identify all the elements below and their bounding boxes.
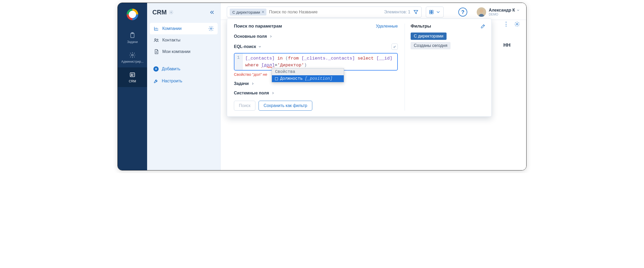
document-icon (153, 49, 159, 55)
user-menu[interactable]: Александр К DEMO (477, 7, 520, 17)
add-button[interactable]: + Добавить (150, 64, 218, 74)
rail-label: Администрир... (121, 60, 144, 63)
help-button[interactable]: ? (458, 8, 467, 17)
sidebar-item-companies[interactable]: Компании (150, 23, 218, 34)
svg-point-13 (480, 9, 483, 13)
search-button[interactable]: Поиск (234, 101, 255, 111)
rail-label: Задачи (127, 40, 138, 44)
autocomplete-code: [_position] (305, 76, 332, 81)
topbar: С директорами × Элементов: 1 ? Александр… (221, 3, 526, 20)
svg-point-15 (394, 46, 395, 47)
svg-point-5 (170, 12, 172, 13)
sidebar: CRM Компании Контакты Мои компании + Доб… (147, 3, 221, 170)
gear-icon[interactable] (514, 21, 520, 27)
section-basic-fields[interactable]: Основные поля (234, 34, 398, 39)
line-gutter: 1 (234, 53, 243, 70)
user-org: DEMO (489, 13, 520, 16)
svg-point-7 (155, 39, 156, 40)
section-label: Задачи (234, 81, 249, 86)
svg-point-14 (516, 23, 518, 25)
autocomplete-header: Свойства (272, 68, 344, 75)
wrench-icon (153, 78, 159, 84)
funnel-icon[interactable] (413, 9, 419, 15)
chart-icon (153, 26, 159, 31)
sidebar-item-label: Мои компании (162, 49, 190, 54)
svg-rect-12 (432, 12, 433, 14)
sidebar-actions: + Добавить Настроить (147, 64, 220, 86)
nav-rail: Задачи Администрир... CRM (118, 3, 147, 170)
chip-label: С директорами (232, 10, 260, 14)
chevron-right-icon (251, 82, 255, 85)
people-icon (153, 37, 159, 43)
gear-icon[interactable] (169, 10, 174, 15)
panel-left: Поиск по параметрам Удаленные Основные п… (227, 24, 405, 111)
filter-tag[interactable]: Созданы сегодня (411, 42, 450, 49)
rail-label: CRM (129, 79, 136, 83)
action-label: Добавить (162, 67, 180, 71)
user-name: Александр К (489, 8, 515, 13)
clipboard-icon (129, 32, 136, 39)
search-params-panel: Поиск по параметрам Удаленные Основные п… (227, 19, 492, 117)
panel-title: Поиск по параметрам (234, 24, 282, 29)
autocomplete-popup: Свойства Должность [_position] (272, 68, 344, 82)
main-area: С директорами × Элементов: 1 ? Александр… (221, 3, 526, 170)
svg-point-2 (132, 54, 133, 56)
filters-title: Фильтры (411, 24, 431, 29)
sidebar-item-label: Контакты (162, 38, 180, 42)
chip-remove-icon[interactable]: × (261, 9, 265, 15)
collapse-sidebar-icon[interactable] (209, 9, 215, 15)
truncated-col-header: НН (503, 42, 511, 48)
app-window: Задачи Администрир... CRM CRM Компании К (117, 3, 527, 170)
sidebar-nav: Компании Контакты Мои компании (147, 23, 220, 57)
search-input[interactable] (269, 10, 382, 14)
chevron-down-icon (516, 8, 520, 12)
save-as-filter-button[interactable]: Сохранить как фильтр (259, 101, 312, 111)
help-hint-button[interactable] (391, 44, 398, 50)
deleted-link[interactable]: Удаленные (376, 24, 398, 29)
autocomplete-label: Должность (280, 76, 303, 81)
result-count: Элементов: 1 (384, 10, 410, 14)
content-toolbar: ⋮ (503, 21, 520, 28)
eql-editor[interactable]: 1 [_contacts] in (from [_clients._contac… (234, 53, 398, 71)
chevron-right-icon (269, 35, 273, 38)
configure-button[interactable]: Настроить (150, 76, 218, 86)
filter-chip[interactable]: С директорами × (230, 9, 266, 15)
sidebar-header: CRM (147, 3, 220, 23)
avatar (477, 7, 486, 17)
search-box[interactable]: С директорами × Элементов: 1 (227, 7, 422, 18)
gear-icon (129, 52, 136, 58)
autocomplete-item[interactable]: Должность [_position] (272, 75, 344, 82)
rail-item-admin[interactable]: Администрир... (118, 48, 147, 67)
chevron-right-icon (271, 91, 275, 95)
section-label: EQL-поиск (234, 44, 256, 49)
action-label: Настроить (162, 79, 182, 83)
sidebar-item-contacts[interactable]: Контакты (150, 34, 218, 46)
field-type-icon (275, 77, 278, 80)
sidebar-title: CRM (152, 9, 167, 16)
rail-item-crm[interactable]: CRM (118, 67, 147, 87)
plus-circle-icon: + (153, 66, 159, 72)
contact-card-icon (129, 71, 136, 78)
filter-tag-active[interactable]: С директорами (411, 33, 447, 40)
gear-icon[interactable] (208, 26, 214, 31)
sidebar-item-my-companies[interactable]: Мои компании (150, 46, 218, 57)
svg-rect-11 (430, 12, 431, 14)
pencil-icon[interactable] (480, 24, 486, 29)
section-label: Основные поля (234, 34, 267, 39)
rail-item-tasks[interactable]: Задачи (118, 28, 147, 48)
grid-icon (429, 9, 434, 15)
eql-code[interactable]: [_contacts] in (from [_clients._contacts… (243, 53, 397, 70)
avatar-icon (477, 7, 486, 17)
view-switcher[interactable] (426, 7, 444, 18)
section-label: Системные поля (234, 91, 269, 95)
svg-point-6 (210, 28, 212, 29)
key-icon (393, 45, 396, 49)
more-icon[interactable]: ⋮ (503, 21, 509, 28)
svg-rect-9 (430, 10, 431, 12)
section-eql-search[interactable]: EQL-поиск (234, 44, 398, 50)
svg-point-8 (157, 39, 158, 40)
panel-right-filters: Фильтры С директорами Созданы сегодня (405, 24, 491, 111)
svg-point-4 (131, 74, 132, 75)
section-system-fields[interactable]: Системные поля (234, 91, 398, 95)
app-logo (127, 9, 138, 20)
